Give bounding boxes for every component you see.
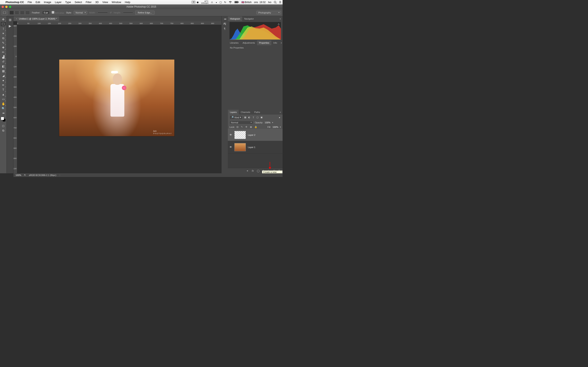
battery-menulet-icon[interactable] bbox=[233, 1, 240, 3]
layers-menu-icon[interactable]: ≡ bbox=[278, 111, 283, 113]
tool-preset-picker[interactable] bbox=[2, 10, 7, 15]
app-name[interactable]: Photoshop CC bbox=[4, 1, 26, 4]
window-close-button[interactable] bbox=[2, 6, 4, 8]
dropbox-menulet-icon[interactable]: ⬧ bbox=[214, 1, 218, 4]
layer-name[interactable]: Layer 2 bbox=[248, 134, 255, 136]
pen-tool[interactable]: ✒ bbox=[1, 83, 6, 87]
status-flyout-icon[interactable]: 〉 bbox=[59, 174, 61, 177]
menu-edit[interactable]: Edit bbox=[34, 1, 42, 4]
menu-view[interactable]: View bbox=[100, 1, 110, 4]
refine-edge-button[interactable]: Refine Edge... bbox=[135, 11, 155, 15]
link-layers-icon[interactable]: ⚭ bbox=[246, 169, 249, 172]
timemachine-menulet-icon[interactable]: ↻ bbox=[223, 1, 227, 4]
edit-toolbar[interactable]: ••• bbox=[1, 111, 6, 115]
panel-collapse-icon[interactable]: ◀◀ bbox=[224, 18, 226, 20]
ruler-horizontal[interactable]: 0501001502002503003504004505005506006507… bbox=[17, 21, 221, 25]
stamp-tool[interactable]: ▟ bbox=[1, 55, 6, 59]
layer-fx-icon[interactable]: fx bbox=[251, 169, 254, 172]
wifi-menulet-icon[interactable] bbox=[227, 1, 233, 3]
window-zoom-button[interactable] bbox=[9, 6, 11, 8]
layer-filter-kind[interactable]: 🔎Kind ▾ bbox=[229, 115, 242, 119]
visibility-toggle-icon[interactable]: 👁 bbox=[229, 146, 232, 149]
calendar-menulet-icon[interactable]: 30 bbox=[191, 1, 195, 3]
cc-menulet-icon[interactable]: ◉ bbox=[195, 1, 200, 4]
shape-tool[interactable]: ▭ bbox=[1, 97, 6, 101]
path-select-tool[interactable]: ▲ bbox=[1, 92, 6, 97]
lasso-tool[interactable]: ⌇ bbox=[1, 26, 6, 31]
canvas[interactable]: ivoPHOTOGRAPHY bbox=[17, 25, 221, 173]
menu-3d[interactable]: 3D bbox=[94, 1, 101, 4]
close-tab-icon[interactable]: × bbox=[16, 17, 17, 20]
lock-all-icon[interactable]: 🔒 bbox=[254, 125, 257, 128]
filter-pixel-icon[interactable]: ▦ bbox=[244, 116, 247, 119]
document-tab[interactable]: × Untitled-1 @ 100% (Layer 2, RGB/8) * bbox=[13, 16, 59, 21]
menu-file[interactable]: File bbox=[26, 1, 34, 4]
dodge-tool[interactable]: ● bbox=[1, 78, 6, 83]
filter-adjust-icon[interactable]: ◐ bbox=[248, 116, 251, 119]
type-tool[interactable]: T bbox=[1, 87, 6, 92]
selection-new-button[interactable] bbox=[9, 11, 14, 15]
fill-dropdown-icon[interactable]: ▾ bbox=[280, 126, 281, 128]
layer-thumbnail[interactable] bbox=[234, 131, 246, 139]
selection-intersect-button[interactable] bbox=[25, 11, 30, 15]
eraser-tool[interactable]: ◧ bbox=[1, 64, 6, 68]
gradient-tool[interactable]: ▦ bbox=[1, 69, 6, 73]
history-brush-tool[interactable]: ↺ bbox=[1, 59, 6, 64]
layer-row[interactable]: 👁 Layer 2 bbox=[228, 129, 283, 141]
opacity-value[interactable]: 100% bbox=[265, 121, 270, 124]
selection-add-button[interactable] bbox=[15, 11, 19, 15]
eyedropper-tool[interactable]: ✎ bbox=[1, 41, 6, 45]
filter-toggle-icon[interactable]: ● bbox=[278, 116, 281, 119]
lock-pixels-icon[interactable]: ✎ bbox=[241, 125, 244, 128]
blend-mode-select[interactable]: Normal bbox=[229, 121, 253, 124]
user-menulet[interactable]: Ivo bbox=[267, 1, 273, 4]
selection-subtract-button[interactable] bbox=[20, 11, 25, 15]
filter-smart-icon[interactable]: ▣ bbox=[260, 116, 263, 119]
layer-mask-icon[interactable]: ◯ bbox=[256, 169, 260, 172]
temp-menulet[interactable]: 42°C2151rpm bbox=[200, 0, 210, 4]
action-toggle-icon[interactable]: ⊞ bbox=[7, 17, 13, 22]
layer-row[interactable]: 👁 Layer 1 bbox=[228, 141, 283, 153]
lock-artboard-icon[interactable]: ▣ bbox=[250, 125, 253, 128]
ruler-vertical[interactable]: 3002001000100200300400500600700800900100… bbox=[13, 25, 17, 173]
lock-transparency-icon[interactable]: ▨ bbox=[236, 125, 239, 128]
histogram-warning-icon[interactable]: ⚠ bbox=[278, 23, 280, 25]
opacity-dropdown-icon[interactable]: ▾ bbox=[272, 122, 273, 124]
menu-layer[interactable]: Layer bbox=[53, 1, 63, 4]
screenmode-toggle[interactable]: ⧉ bbox=[1, 128, 6, 133]
hand-tool[interactable]: ✋ bbox=[1, 101, 6, 106]
airplay-menulet-icon[interactable]: ▢ bbox=[218, 1, 223, 4]
tab-info[interactable]: Info bbox=[271, 40, 279, 45]
filter-shape-icon[interactable]: ▢ bbox=[256, 116, 259, 119]
healing-tool[interactable]: ✚ bbox=[1, 45, 6, 50]
workspace-select[interactable]: Photography bbox=[256, 11, 281, 15]
layer-thumbnail[interactable] bbox=[234, 143, 246, 151]
zoom-level[interactable]: 100% bbox=[16, 174, 21, 176]
blur-tool[interactable]: ◢ bbox=[1, 73, 6, 78]
filter-type-icon[interactable]: T bbox=[252, 116, 255, 119]
menu-image[interactable]: Image bbox=[42, 1, 53, 4]
notification-center-icon[interactable]: ☰ bbox=[278, 1, 283, 4]
clock-menulet[interactable]: ons 19:32 bbox=[253, 1, 267, 4]
tab-adjustments[interactable]: Adjustments bbox=[241, 40, 257, 45]
marquee-tool[interactable] bbox=[1, 22, 6, 26]
histogram-menu-icon[interactable]: ≡ bbox=[278, 18, 283, 20]
lock-position-icon[interactable]: ✥ bbox=[245, 125, 248, 128]
menu-type[interactable]: Type bbox=[63, 1, 73, 4]
tab-libraries[interactable]: Libraries bbox=[228, 40, 241, 45]
tab-properties[interactable]: Properties bbox=[257, 40, 271, 45]
crop-tool[interactable]: ⧉ bbox=[1, 36, 6, 40]
color-profile-label[interactable]: sRGB IEC61966-2.1 (8bpc) bbox=[29, 174, 56, 176]
status-share-icon[interactable]: ⇱ bbox=[24, 174, 26, 176]
fill-value[interactable]: 100% bbox=[273, 126, 278, 128]
menu-window[interactable]: Window bbox=[110, 1, 123, 4]
tab-paths[interactable]: Paths bbox=[252, 110, 262, 115]
properties-menu-icon[interactable]: ≡ bbox=[279, 42, 283, 44]
window-minimize-button[interactable] bbox=[5, 6, 8, 8]
feather-input[interactable]: 0 px bbox=[42, 11, 50, 15]
quick-select-tool[interactable]: ✶ bbox=[1, 31, 6, 36]
style-select[interactable]: Normal bbox=[74, 11, 87, 15]
zoom-tool[interactable]: 🔍 bbox=[1, 106, 6, 111]
paragraph-panel-icon[interactable]: ¶ bbox=[224, 27, 225, 30]
brush-tool[interactable]: ✏ bbox=[1, 50, 6, 54]
